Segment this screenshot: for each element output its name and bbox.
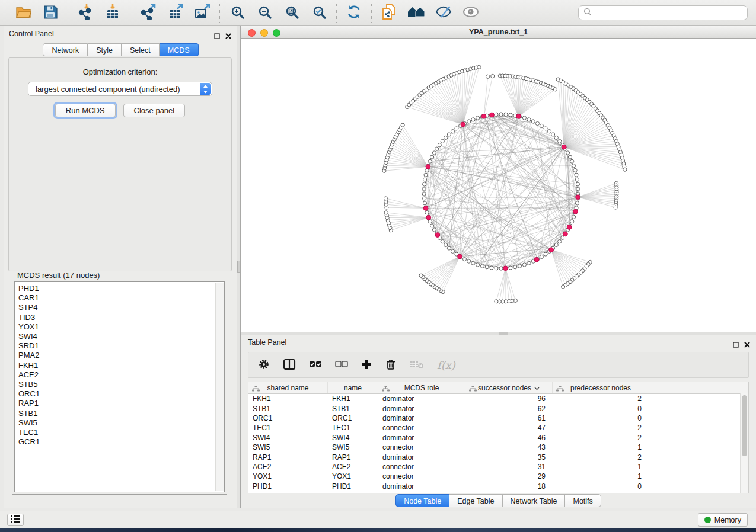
cell-predecessor-nodes[interactable]: 1 [553,443,649,451]
cell-successor-nodes[interactable]: 62 [465,405,553,413]
mcds-result-item[interactable]: PMA2 [18,351,224,360]
cell-shared-name[interactable]: RAP1 [248,453,328,462]
zoom-selected-button[interactable] [308,4,330,23]
mcds-result-item[interactable]: FKH1 [18,361,224,370]
cell-successor-nodes[interactable]: 46 [465,434,553,442]
cell-mcds-role[interactable]: dominator [378,405,465,413]
cell-predecessor-nodes[interactable]: 0 [553,482,649,491]
cell-predecessor-nodes[interactable]: 2 [553,434,649,442]
float-panel-icon[interactable] [214,31,220,41]
refresh-button[interactable] [343,4,365,23]
table-row[interactable]: ACE2ACE2connector311 [248,462,748,472]
cell-name[interactable]: YOX1 [328,472,378,480]
cell-successor-nodes[interactable]: 18 [465,482,553,491]
table-row[interactable]: ORC1ORC1dominator610 [248,414,748,423]
cell-predecessor-nodes[interactable]: 1 [553,463,649,471]
cell-mcds-role[interactable]: dominator [378,395,465,403]
import-network-button[interactable] [74,4,97,23]
deselect-all-rows-button[interactable] [335,360,348,370]
cell-predecessor-nodes[interactable]: 2 [553,424,649,432]
cell-shared-name[interactable]: TEC1 [248,424,328,432]
column-header-predecessor-nodes[interactable]: predecessor nodes [553,382,649,393]
cell-name[interactable]: STB1 [328,405,378,413]
cell-shared-name[interactable]: PHD1 [248,482,328,491]
cell-shared-name[interactable]: STB1 [248,405,328,413]
zoom-out-button[interactable] [253,4,276,23]
mcds-list-scrollbar[interactable] [215,283,224,491]
mcds-result-item[interactable]: ORC1 [18,389,224,399]
cell-mcds-role[interactable]: dominator [378,414,465,422]
mcds-result-item[interactable]: SWI5 [18,418,224,428]
export-network-button[interactable] [136,4,159,23]
table-row[interactable]: PHD1PHD1dominator180 [248,482,748,491]
cell-mcds-role[interactable]: dominator [378,482,465,491]
mcds-result-item[interactable]: TEC1 [18,428,224,437]
save-button[interactable] [39,4,62,23]
cell-predecessor-nodes[interactable]: 1 [553,472,649,480]
select-all-rows-button[interactable] [309,360,322,370]
mcds-result-item[interactable]: GCR1 [18,437,224,447]
mcds-result-item[interactable]: CAR1 [18,293,224,303]
column-header-name[interactable]: name [328,382,378,393]
table-row[interactable]: TEC1TEC1connector472 [248,423,748,432]
cell-mcds-role[interactable]: dominator [378,434,465,442]
search-input[interactable] [595,8,742,18]
table-row[interactable]: FKH1FKH1dominator962 [248,394,748,403]
cell-shared-name[interactable]: SWI4 [248,434,328,442]
show-all-button[interactable] [460,4,482,23]
mcds-result-item[interactable]: SRD1 [18,341,224,351]
cell-mcds-role[interactable]: connector [378,443,465,451]
mcds-result-item[interactable]: STB5 [18,380,224,389]
table-scrollbar-thumb[interactable] [742,395,747,456]
mcds-result-item[interactable]: SWI4 [18,332,224,341]
tab-edge-table[interactable]: Edge Table [449,494,502,507]
close-panel-button[interactable]: Close panel [123,104,186,117]
function-builder-button[interactable]: f(x) [437,359,455,371]
cell-name[interactable]: SWI4 [328,434,378,442]
tab-motifs[interactable]: Motifs [565,494,601,507]
table-row[interactable]: RAP1RAP1dominator352 [248,452,748,462]
cell-successor-nodes[interactable]: 47 [465,424,553,432]
table-scrollbar[interactable] [740,393,748,493]
network-frame-titlebar[interactable]: YPA_prune.txt_1 [241,26,756,39]
tab-network-table[interactable]: Network Table [503,494,566,507]
create-column-button[interactable] [361,359,372,371]
mcds-result-item[interactable]: PHD1 [18,284,224,293]
table-row[interactable]: YOX1YOX1connector291 [248,472,748,481]
optimization-criterion-select[interactable]: largest connected component (undirected) [28,82,212,96]
frame-close-icon[interactable] [248,29,256,37]
column-header-shared-name[interactable]: shared name [248,382,328,393]
tab-style[interactable]: Style [88,43,122,56]
cell-name[interactable]: ORC1 [328,414,378,422]
mcds-result-item[interactable]: YOX1 [18,322,224,332]
search-box[interactable] [578,5,748,20]
column-header-mcds-role[interactable]: MCDS role [378,382,465,393]
zoom-in-button[interactable] [226,4,248,23]
cell-shared-name[interactable]: ACE2 [248,463,328,471]
cell-successor-nodes[interactable]: 43 [465,443,553,451]
cell-mcds-role[interactable]: connector [378,472,465,480]
network-canvas[interactable] [241,39,756,332]
table-row[interactable]: SWI5SWI5connector431 [248,443,748,452]
tab-select[interactable]: Select [122,43,160,56]
copy-button[interactable] [378,4,400,23]
cell-successor-nodes[interactable]: 31 [465,463,553,471]
mcds-result-item[interactable]: RAP1 [18,399,224,408]
tab-mcds[interactable]: MCDS [160,43,199,56]
cell-name[interactable]: TEC1 [328,424,378,432]
cell-shared-name[interactable]: FKH1 [248,395,328,403]
vertical-splitter-handle[interactable] [237,261,240,273]
cell-mcds-role[interactable]: connector [378,463,465,471]
cell-shared-name[interactable]: SWI5 [248,443,328,451]
toggle-column-panel-button[interactable] [283,358,296,372]
cell-shared-name[interactable]: YOX1 [248,472,328,480]
cell-name[interactable]: SWI5 [328,443,378,451]
close-panel-icon[interactable] [744,339,750,350]
mcds-result-item[interactable]: STB1 [18,409,224,418]
export-image-button[interactable] [191,4,213,23]
cell-successor-nodes[interactable]: 61 [465,414,553,422]
export-table-button[interactable] [164,4,186,23]
mcds-result-list[interactable]: PHD1CAR1STP4TID3YOX1SWI4SRD1PMA2FKH1ACE2… [14,281,225,492]
close-panel-icon[interactable] [225,31,231,41]
delete-table-button[interactable] [410,360,424,371]
